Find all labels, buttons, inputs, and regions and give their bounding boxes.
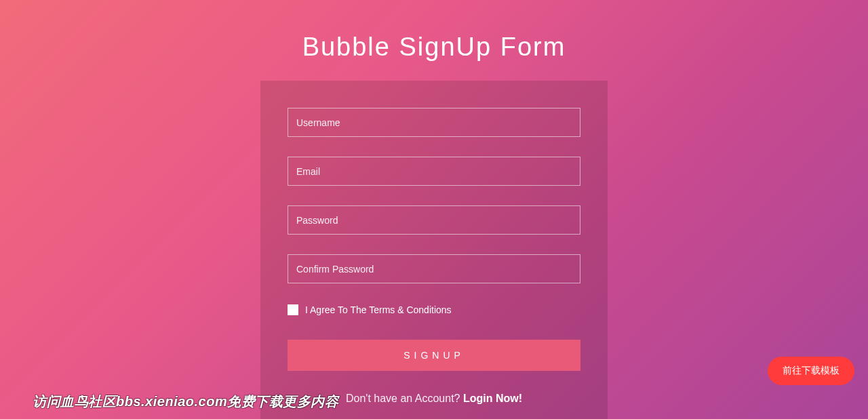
login-link[interactable]: Login Now! (463, 393, 522, 404)
page-title: Bubble SignUp Form (0, 0, 868, 81)
email-field[interactable] (288, 157, 580, 186)
terms-label: I Agree To The Terms & Conditions (305, 304, 452, 315)
password-field[interactable] (288, 205, 580, 235)
terms-checkbox[interactable] (288, 304, 298, 315)
terms-row: I Agree To The Terms & Conditions (288, 304, 580, 315)
download-template-button[interactable]: 前往下载模板 (768, 357, 854, 385)
signup-button[interactable]: SIGNUP (288, 340, 580, 371)
confirm-password-field[interactable] (288, 254, 580, 283)
login-prompt-text: Don't have an Account? (346, 393, 463, 404)
username-field[interactable] (288, 108, 580, 137)
watermark-text: 访问血鸟社区bbs.xieniao.com免费下载更多内容 (33, 393, 338, 411)
signup-form-card: I Agree To The Terms & Conditions SIGNUP… (260, 81, 608, 419)
